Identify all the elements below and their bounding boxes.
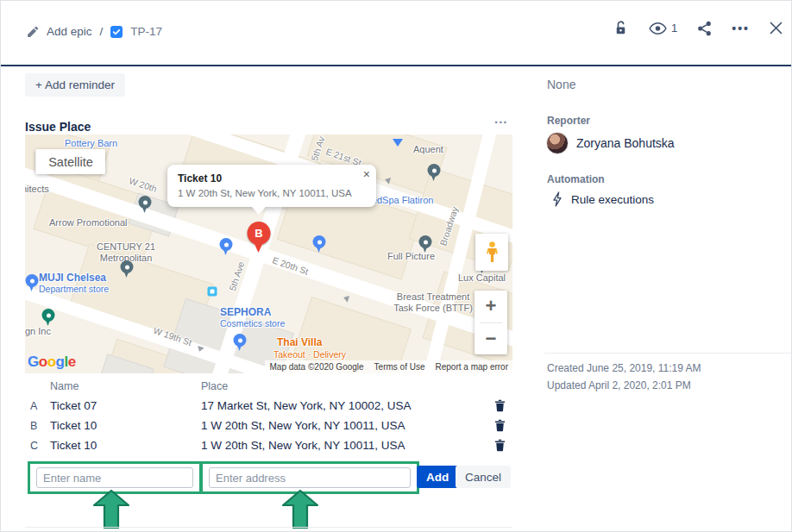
- map-poi-pin[interactable]: [313, 235, 326, 253]
- reporter-field[interactable]: Zoryana Bohutska: [546, 132, 675, 154]
- breadcrumb-add-epic[interactable]: Add epic: [47, 25, 92, 38]
- map-poi-pin[interactable]: [121, 260, 134, 279]
- map-label: Cosmetics store: [220, 318, 285, 329]
- table-row: ATicket 0717 Market St, New York, NY 100…: [25, 396, 512, 416]
- info-window-close-icon[interactable]: ×: [363, 168, 370, 180]
- breadcrumb: Add epic / TP-17: [27, 25, 162, 38]
- delete-place-button[interactable]: [487, 398, 512, 414]
- google-logo-letter: G: [28, 354, 39, 370]
- table-row: BTicket 101 W 20th St, New York, NY 1001…: [25, 416, 512, 435]
- row-name: Ticket 07: [50, 399, 201, 412]
- map-label: hitects: [25, 184, 49, 195]
- rule-executions-text: Rule executions: [571, 193, 654, 206]
- map-attribution: Map data ©2020 Google Terms of Use Repor…: [265, 360, 512, 373]
- map-marker-b[interactable]: B: [248, 222, 271, 253]
- map-label: Thai Villa: [277, 336, 322, 348]
- terms-of-use-link[interactable]: Terms of Use: [374, 362, 425, 372]
- map-marker-b-label: B: [248, 222, 271, 245]
- row-letter: A: [25, 400, 50, 412]
- places-table: Name Place ATicket 0717 Market St, New Y…: [25, 377, 512, 455]
- pegman-icon: [484, 241, 500, 264]
- issue-header: Add epic / TP-17 1 •••: [1, 1, 791, 66]
- issue-view: Add epic / TP-17 1 •••: [0, 0, 792, 532]
- watchers-count: 1: [671, 22, 677, 34]
- more-actions-icon[interactable]: •••: [732, 22, 750, 34]
- breadcrumb-issue-key[interactable]: TP-17: [130, 25, 162, 38]
- delete-place-button[interactable]: [487, 418, 512, 434]
- map-label: Aquent: [413, 144, 443, 155]
- map-type-control: Map Satellite: [35, 149, 105, 174]
- column-place: Place: [201, 380, 487, 392]
- watchers-control[interactable]: 1: [649, 22, 677, 35]
- content-divider: [25, 527, 512, 528]
- map-poi-pin[interactable]: [26, 274, 39, 292]
- report-map-error-link[interactable]: Report a map error: [436, 362, 508, 372]
- updated-timestamp: Updated April 2, 2020, 2:01 PM: [547, 379, 691, 391]
- breadcrumb-separator: /: [100, 25, 104, 38]
- row-name: Ticket 10: [50, 439, 201, 452]
- place-table-rows: ATicket 0717 Market St, New York, NY 100…: [25, 396, 512, 455]
- share-icon[interactable]: [697, 21, 712, 36]
- map-type-satellite-button[interactable]: Satellite: [35, 149, 105, 174]
- created-timestamp: Created June 25, 2019, 11:19 AM: [547, 362, 701, 374]
- direction-arrow-icon[interactable]: [393, 139, 403, 147]
- name-input[interactable]: [36, 467, 193, 488]
- street-view-pegman[interactable]: [475, 234, 508, 271]
- zoom-out-button[interactable]: −: [475, 323, 507, 355]
- map-poi-pin[interactable]: [220, 238, 233, 256]
- add-reminder-button[interactable]: + Add reminder: [25, 73, 125, 97]
- map-label: Department store: [39, 284, 109, 295]
- zoom-in-button[interactable]: +: [475, 291, 507, 322]
- add-button[interactable]: Add: [417, 466, 458, 488]
- map-poi-pin[interactable]: [428, 164, 441, 182]
- sidebar-divider: [544, 353, 792, 354]
- header-actions: 1 •••: [613, 20, 783, 36]
- google-logo-letter: o: [39, 354, 47, 370]
- map-zoom-control: + −: [475, 291, 507, 354]
- reporter-label: Reporter: [547, 115, 590, 127]
- google-logo-letter: o: [47, 354, 56, 370]
- info-window-address: 1 W 20th St, New York, NY 10011, USA: [178, 188, 366, 198]
- edit-pencil-icon[interactable]: [27, 26, 39, 38]
- google-logo-letter: g: [56, 354, 65, 370]
- map-info-window: Ticket 10 1 W 20th St, New York, NY 1001…: [167, 165, 376, 207]
- google-logo: Google: [28, 354, 76, 371]
- rule-executions-link[interactable]: Rule executions: [551, 191, 654, 207]
- table-row: CTicket 101 W 20th St, New York, NY 1001…: [25, 435, 512, 455]
- map-poi-pin[interactable]: [139, 196, 152, 214]
- map-label: Takeout · Delivery: [273, 349, 346, 360]
- automation-label: Automation: [547, 173, 605, 185]
- row-letter: C: [25, 440, 50, 452]
- row-letter: B: [25, 420, 50, 432]
- map-poi-pin[interactable]: [234, 334, 247, 352]
- row-name: Ticket 10: [50, 419, 201, 432]
- row-place: 1 W 20th St, New York, NY 10011, USA: [201, 439, 487, 452]
- google-map[interactable]: Pottery BarnhitectsW 20thArrow Promotion…: [25, 135, 512, 373]
- annotation-arrow-name: [92, 489, 130, 529]
- reporter-name: Zoryana Bohutska: [576, 136, 675, 150]
- issue-place-menu-icon[interactable]: ...: [494, 111, 508, 126]
- reporter-avatar: [546, 132, 569, 154]
- map-label: SEPHORA: [220, 306, 271, 318]
- transit-icon[interactable]: [208, 287, 217, 297]
- map-poi-pin[interactable]: [42, 309, 55, 327]
- lightning-bolt-icon: [551, 191, 563, 207]
- map-label: MUJI Chelsea: [39, 272, 106, 284]
- issue-place-title: Issue Place: [25, 120, 91, 134]
- cancel-button[interactable]: Cancel: [456, 466, 511, 488]
- map-label: sign Inc: [25, 326, 51, 337]
- map-data-text: Map data ©2020 Google: [269, 362, 363, 372]
- field-value-none: None: [547, 78, 575, 91]
- eye-icon: [649, 22, 667, 35]
- address-input[interactable]: [209, 467, 411, 488]
- close-icon[interactable]: [770, 22, 783, 34]
- row-place: 17 Market St, New York, NY 10002, USA: [201, 399, 487, 412]
- unlock-icon[interactable]: [613, 20, 629, 36]
- map-label: Pottery Barn: [65, 138, 117, 149]
- info-window-title: Ticket 10: [178, 172, 366, 185]
- places-table-header: Name Place: [25, 377, 512, 396]
- map-poi-pin[interactable]: [419, 235, 432, 253]
- annotation-arrow-address: [281, 489, 319, 529]
- delete-place-button[interactable]: [487, 438, 512, 454]
- google-logo-letter: e: [68, 354, 76, 370]
